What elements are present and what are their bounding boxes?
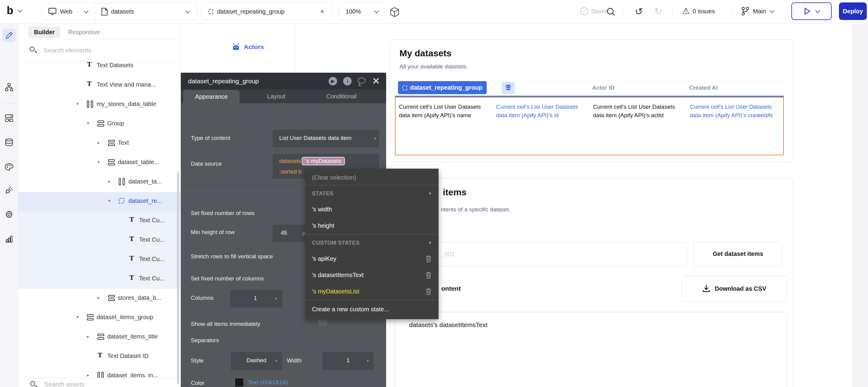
dropdown-item[interactable]: 's height [305, 218, 438, 234]
tree-item[interactable]: TText Cu... [18, 269, 181, 289]
tree-item[interactable]: TText Cu... [18, 231, 181, 250]
dataset-content-box[interactable]: datasets's datasetItemsText [395, 312, 787, 387]
dropdown-item[interactable]: Create a new custom state... [305, 301, 438, 317]
width-label: Width [287, 357, 302, 364]
trash-icon[interactable] [425, 271, 432, 279]
tree-item[interactable]: ▾my_stores_data_table [18, 95, 181, 115]
close-icon[interactable]: ✕ [372, 76, 380, 86]
tree-item[interactable]: TText View and mana... [18, 76, 181, 95]
tree-item[interactable]: ▸dataset_items_in... [18, 366, 181, 378]
dropdown-item[interactable]: 's width [305, 201, 438, 218]
assets-search-bar[interactable]: Search assets [18, 378, 181, 387]
tab-appearance[interactable]: Appearance [183, 90, 240, 103]
stretch-rows-label: Stretch rows to fill vertical space [191, 253, 273, 260]
rail-logs-chart-icon[interactable] [2, 232, 16, 246]
toolbar: b Web datasets dataset_repeating_group ×… [0, 0, 868, 24]
dropdown-item[interactable]: 's datasetItemsText [305, 267, 438, 283]
caret-down-icon[interactable]: ▾ [76, 101, 79, 106]
search-assets-input[interactable]: Search assets [44, 381, 85, 387]
selected-element-badge[interactable]: dataset_repeating_group [398, 81, 487, 94]
tab-conditional[interactable]: Conditional [326, 93, 356, 100]
chevron-down-icon [815, 8, 820, 13]
tree-item[interactable]: TText Dataset ID [18, 347, 181, 366]
close-icon[interactable]: × [320, 7, 324, 16]
comment-icon[interactable] [358, 77, 366, 84]
actors-nav-item[interactable]: Actors [232, 43, 264, 51]
component-cube-icon[interactable] [390, 7, 399, 17]
caret-right-icon[interactable]: ▸ [108, 179, 111, 184]
tree-item[interactable]: ▾dataset_items_group [18, 308, 181, 328]
tree-item-label: dataset_items_in... [107, 372, 158, 378]
style-select[interactable]: Dashed ▾ [231, 352, 282, 370]
rail-workflow-sitemap-icon[interactable] [2, 80, 16, 94]
dropdown-item[interactable]: 's apiKey [305, 251, 438, 267]
tab-responsive[interactable]: Responsive [68, 29, 100, 36]
group-rows-icon [108, 159, 115, 165]
trash-icon[interactable] [425, 255, 432, 263]
caret-down-icon[interactable]: ▾ [87, 121, 89, 126]
tree-item[interactable]: ▸stores_data_b... [18, 289, 181, 308]
info-icon[interactable]: i [343, 77, 352, 86]
caret-down-icon[interactable]: ▾ [108, 198, 111, 203]
bubble-logo[interactable]: b [7, 4, 21, 17]
dropdown-item[interactable]: 's myDatasetsList [305, 283, 438, 299]
chevron-down-icon[interactable] [185, 8, 190, 13]
rail-styles-palette-icon[interactable] [2, 160, 16, 173]
tree-item[interactable]: ▾Group [18, 115, 181, 134]
tree-item[interactable]: ▸Text [18, 134, 181, 153]
zoom-selector[interactable]: 100% [339, 3, 384, 20]
table-cell: Current cell's List User Datasets data i… [399, 103, 489, 120]
rail-data-database-icon[interactable] [2, 136, 16, 149]
database-badge[interactable] [501, 82, 515, 94]
issues-indicator[interactable]: ⚠ 0 issues [682, 7, 715, 16]
tree-item[interactable]: ▸dataset_items_title [18, 328, 181, 347]
width-select[interactable]: 1 ▾ [322, 352, 374, 370]
download-csv-button[interactable]: Download as CSV [681, 276, 787, 301]
run-icon[interactable]: ▶ [329, 77, 337, 86]
search-icon[interactable] [606, 7, 615, 17]
table-cell: Current cell's List User Datasets data i… [690, 103, 780, 120]
selected-expression-token[interactable]: 's myDatasets [302, 157, 345, 165]
columns-select[interactable]: 1 ▾ [230, 290, 283, 308]
rail-settings-gear-icon[interactable] [2, 208, 16, 221]
caret-down-icon[interactable]: ▾ [429, 240, 431, 246]
page-selector[interactable]: datasets [111, 8, 134, 15]
type-of-content-select[interactable]: List User Datasets data item ▾ [273, 130, 379, 148]
undo-icon[interactable]: ↺ [635, 7, 643, 17]
caret-right-icon[interactable]: ▸ [87, 334, 89, 339]
rail-components-icon[interactable] [2, 111, 16, 125]
trash-icon[interactable] [425, 288, 432, 295]
search-elements-input[interactable]: Search elements [43, 46, 91, 54]
caret-right-icon[interactable]: ▸ [97, 295, 100, 300]
text-element-icon: T [129, 274, 134, 281]
redo-icon[interactable]: ↻ [654, 7, 662, 17]
tree-item[interactable]: TText Cu... [18, 250, 181, 269]
caret-down-icon[interactable]: ▾ [97, 159, 100, 165]
caret-down-icon[interactable]: ▾ [76, 314, 79, 320]
caret-right-icon[interactable]: ▸ [97, 140, 100, 146]
tree-item[interactable]: ▾dataset_table... [18, 153, 181, 172]
branch-selector[interactable]: Main [741, 7, 773, 16]
tree-item[interactable]: TText Datasets [18, 62, 181, 76]
rail-plugins-plug-icon[interactable] [2, 184, 16, 197]
tree-item[interactable]: TText Cu... [18, 212, 181, 231]
get-dataset-items-button[interactable]: Get dataset items [693, 241, 782, 266]
color-swatch[interactable] [235, 378, 244, 387]
color-value-link[interactable]: Text (#1A1A1A) [248, 379, 288, 386]
caret-down-icon[interactable]: ▾ [429, 191, 431, 196]
chevron-down-icon[interactable] [84, 8, 89, 13]
tree-scrollbar[interactable] [177, 172, 179, 384]
platform-selector[interactable]: Web [60, 8, 72, 15]
tab-builder[interactable]: Builder [28, 27, 60, 38]
rail-design-pencil-icon[interactable] [2, 29, 16, 42]
caret-right-icon[interactable]: ▸ [87, 373, 89, 378]
tree-item[interactable]: ▸dataset_ta... [18, 172, 181, 192]
group-rows-icon [97, 334, 104, 340]
dataset-id-input[interactable] [409, 242, 687, 266]
preview-button[interactable] [792, 2, 832, 20]
tab-layout[interactable]: Layout [267, 93, 285, 100]
deploy-button[interactable]: Deploy [839, 2, 867, 20]
tree-item[interactable]: ▾dataset_re... [18, 192, 181, 212]
dropdown-item[interactable]: (Clear selection) [305, 170, 438, 185]
element-tab[interactable]: dataset_repeating_group × [201, 3, 333, 20]
